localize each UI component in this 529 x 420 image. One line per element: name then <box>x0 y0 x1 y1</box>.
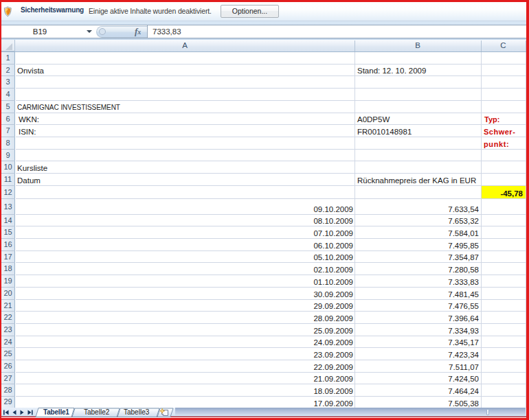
svg-text:Tabelle2: Tabelle2 <box>84 408 110 416</box>
svg-text:Tabelle1: Tabelle1 <box>43 408 69 416</box>
svg-text:Tabelle3: Tabelle3 <box>124 408 150 416</box>
